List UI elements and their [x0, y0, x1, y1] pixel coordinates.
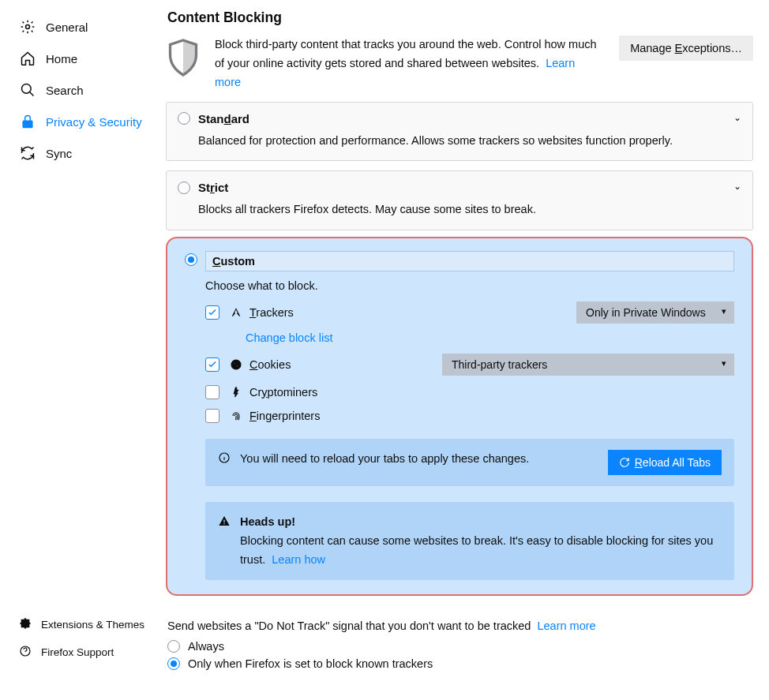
change-block-list-link[interactable]: Change block list — [246, 331, 734, 344]
sidebar-label: Home — [46, 52, 77, 66]
reload-all-tabs-button[interactable]: Reload All Tabs — [608, 450, 722, 475]
svg-rect-10 — [223, 523, 224, 524]
dnt-text: Send websites a "Do Not Track" signal th… — [167, 620, 531, 632]
firefox-support-link[interactable]: Firefox Support — [19, 638, 166, 666]
svg-point-7 — [236, 361, 237, 362]
standard-option[interactable]: ⌄ Standard Balanced for protection and p… — [166, 102, 753, 161]
cryptominers-label: Cryptominers — [249, 386, 317, 399]
sidebar-item-search[interactable]: Search — [0, 74, 166, 106]
sidebar-item-home[interactable]: Home — [0, 43, 166, 74]
sidebar-item-general[interactable]: General — [0, 11, 166, 43]
svg-rect-2 — [23, 121, 32, 127]
dnt-section: Send websites a "Do Not Track" signal th… — [167, 620, 753, 670]
main-content: Content Blocking Block third-party conte… — [166, 0, 769, 670]
cookies-dropdown[interactable]: Third-party trackers — [442, 354, 734, 376]
custom-radio[interactable] — [185, 253, 197, 266]
strict-desc: Blocks all trackers Firefox detects. May… — [198, 200, 741, 218]
trackers-dropdown[interactable]: Only in Private Windows — [576, 301, 734, 324]
support-label: Firefox Support — [41, 646, 114, 658]
fingerprinters-icon — [229, 409, 243, 423]
dnt-always-radio[interactable] — [167, 640, 180, 653]
sidebar-item-sync[interactable]: Sync — [0, 137, 166, 169]
content-blocking-title: Content Blocking — [167, 9, 753, 26]
dnt-only-when-option[interactable]: Only when Firefox is set to block known … — [167, 657, 753, 670]
extensions-themes-link[interactable]: Extensions & Themes — [19, 611, 166, 638]
info-icon — [218, 451, 231, 464]
dnt-only-when-label: Only when Firefox is set to block known … — [188, 657, 433, 670]
chevron-down-icon: ⌄ — [733, 112, 741, 123]
trackers-label: Trackers — [249, 306, 294, 319]
fingerprinters-checkbox[interactable] — [205, 409, 219, 423]
cryptominers-icon — [229, 385, 243, 399]
sidebar-label: Privacy & Security — [46, 115, 142, 129]
fingerprinters-row: Fingerprinters — [205, 409, 734, 423]
sidebar-item-privacy-security[interactable]: Privacy & Security — [0, 106, 166, 137]
lock-icon — [19, 113, 36, 130]
reload-notice: You will need to reload your tabs to app… — [205, 439, 734, 486]
custom-title-box: Custom — [205, 251, 734, 271]
dnt-only-when-radio[interactable] — [167, 657, 180, 670]
custom-desc: Choose what to block. — [205, 279, 734, 292]
help-icon — [19, 645, 32, 660]
cookies-row: Cookies Third-party trackers — [205, 354, 734, 376]
sidebar-label: Search — [46, 84, 84, 97]
heads-up-title: Heads up! — [240, 515, 295, 528]
cookies-icon — [229, 357, 243, 372]
trackers-icon — [229, 305, 243, 320]
strict-option[interactable]: ⌄ Strict Blocks all trackers Firefox det… — [166, 170, 753, 230]
standard-desc: Balanced for protection and performance.… — [198, 132, 741, 149]
dnt-learn-more-link[interactable]: Learn more — [537, 620, 595, 632]
svg-point-5 — [234, 363, 235, 365]
cookies-checkbox[interactable] — [205, 357, 219, 372]
fingerprinters-label: Fingerprinters — [249, 410, 320, 422]
sync-icon — [19, 144, 36, 162]
custom-option: Custom Choose what to block. Trackers On… — [166, 237, 753, 597]
svg-point-1 — [22, 84, 32, 94]
reload-notice-text: You will need to reload your tabs to app… — [240, 450, 598, 468]
search-icon — [19, 81, 36, 99]
learn-how-link[interactable]: Learn how — [272, 553, 325, 566]
dnt-always-option[interactable]: Always — [167, 640, 753, 653]
heads-up-notice: Heads up! Blocking content can cause som… — [205, 502, 734, 581]
svg-point-0 — [26, 25, 30, 29]
manage-exceptions-button[interactable]: Manage Exceptions… — [619, 36, 753, 61]
shield-icon — [166, 37, 201, 78]
trackers-checkbox[interactable] — [205, 305, 219, 320]
warning-icon — [218, 515, 231, 527]
svg-rect-9 — [223, 519, 224, 522]
sidebar-label: Sync — [46, 147, 72, 160]
intro-row: Block third-party content that tracks yo… — [166, 36, 753, 92]
dnt-always-label: Always — [188, 640, 224, 653]
reload-icon — [619, 457, 630, 468]
puzzle-icon — [19, 617, 32, 632]
intro-text: Block third-party content that tracks yo… — [215, 36, 605, 92]
sidebar-label: General — [46, 21, 88, 34]
strict-title: Strict — [198, 181, 228, 194]
chevron-down-icon: ⌄ — [733, 181, 741, 192]
cookies-label: Cookies — [249, 358, 291, 371]
svg-point-6 — [236, 365, 238, 366]
strict-radio[interactable] — [178, 182, 190, 194]
standard-title: Standard — [198, 112, 249, 125]
gear-icon — [19, 18, 36, 36]
svg-point-4 — [231, 360, 241, 369]
home-icon — [19, 50, 36, 67]
cryptominers-row: Cryptominers — [205, 385, 734, 399]
cryptominers-checkbox[interactable] — [205, 385, 219, 399]
settings-sidebar: General Home Search Privacy & Security — [0, 0, 166, 670]
extensions-label: Extensions & Themes — [41, 619, 144, 631]
trackers-row: Trackers Only in Private Windows — [205, 301, 734, 324]
standard-radio[interactable] — [178, 112, 190, 125]
